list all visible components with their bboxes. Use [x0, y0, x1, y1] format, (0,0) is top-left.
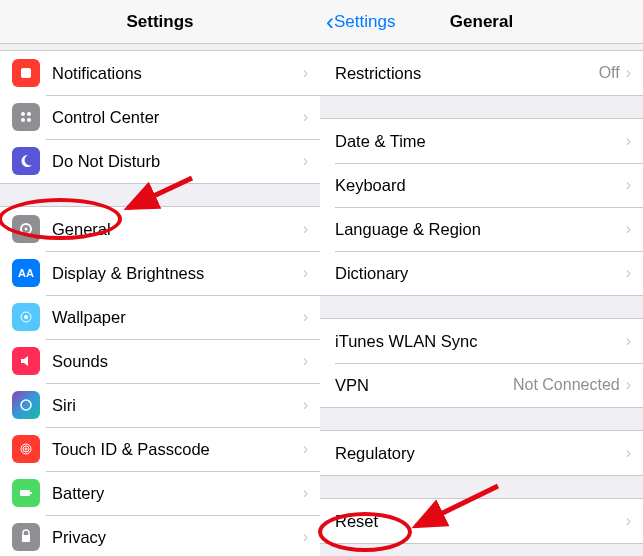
general-group-sync: iTunes WLAN Sync › VPN Not Connected › — [320, 318, 643, 408]
row-label: Control Center — [52, 108, 303, 127]
chevron-right-icon: › — [303, 64, 308, 82]
row-label: Regulatory — [335, 444, 626, 463]
siri-icon — [12, 391, 40, 419]
general-group-restrictions: Restrictions Off › — [320, 50, 643, 96]
general-group-regulatory: Regulatory › — [320, 430, 643, 476]
chevron-right-icon: › — [626, 176, 631, 194]
general-group-reset: Reset › — [320, 498, 643, 544]
row-label: Battery — [52, 484, 303, 503]
display-brightness-icon: AA — [12, 259, 40, 287]
row-itunes-wlan-sync[interactable]: iTunes WLAN Sync › — [320, 319, 643, 363]
row-privacy[interactable]: Privacy › — [0, 515, 320, 556]
svg-point-3 — [21, 118, 25, 122]
sounds-icon — [12, 347, 40, 375]
chevron-left-icon: ‹ — [326, 10, 334, 34]
chevron-right-icon: › — [303, 440, 308, 458]
row-notifications[interactable]: Notifications › — [0, 51, 320, 95]
general-icon — [12, 215, 40, 243]
back-button[interactable]: ‹ Settings — [326, 10, 395, 34]
chevron-right-icon: › — [626, 332, 631, 350]
chevron-right-icon: › — [626, 444, 631, 462]
svg-point-1 — [21, 112, 25, 116]
chevron-right-icon: › — [626, 220, 631, 238]
row-display-brightness[interactable]: AA Display & Brightness › — [0, 251, 320, 295]
row-label: Touch ID & Passcode — [52, 440, 303, 459]
row-keyboard[interactable]: Keyboard › — [320, 163, 643, 207]
svg-point-4 — [27, 118, 31, 122]
back-label: Settings — [334, 12, 395, 32]
chevron-right-icon: › — [303, 264, 308, 282]
row-label: Display & Brightness — [52, 264, 303, 283]
chevron-right-icon: › — [626, 264, 631, 282]
row-label: Restrictions — [335, 64, 599, 83]
row-label: Siri — [52, 396, 303, 415]
chevron-right-icon: › — [626, 376, 631, 394]
control-center-icon — [12, 103, 40, 131]
general-group-locale: Date & Time › Keyboard › Language & Regi… — [320, 118, 643, 296]
row-vpn[interactable]: VPN Not Connected › — [320, 363, 643, 407]
battery-icon — [12, 479, 40, 507]
chevron-right-icon: › — [303, 308, 308, 326]
row-restrictions[interactable]: Restrictions Off › — [320, 51, 643, 95]
row-value: Off — [599, 64, 620, 82]
svg-point-2 — [27, 112, 31, 116]
row-label: Language & Region — [335, 220, 626, 239]
row-control-center[interactable]: Control Center › — [0, 95, 320, 139]
settings-group-1: Notifications › Control Center › Do Not … — [0, 50, 320, 184]
row-language-region[interactable]: Language & Region › — [320, 207, 643, 251]
row-label: VPN — [335, 376, 513, 395]
row-touchid-passcode[interactable]: Touch ID & Passcode › — [0, 427, 320, 471]
chevron-right-icon: › — [303, 396, 308, 414]
general-header: ‹ Settings General — [320, 0, 643, 44]
svg-point-11 — [23, 446, 29, 452]
wallpaper-icon — [12, 303, 40, 331]
row-date-time[interactable]: Date & Time › — [320, 119, 643, 163]
row-battery[interactable]: Battery › — [0, 471, 320, 515]
row-reset[interactable]: Reset › — [320, 499, 643, 543]
page-title: Settings — [126, 12, 193, 32]
svg-rect-14 — [30, 492, 32, 494]
svg-point-6 — [25, 228, 28, 231]
chevron-right-icon: › — [303, 352, 308, 370]
settings-header: Settings — [0, 0, 320, 44]
chevron-right-icon: › — [626, 512, 631, 530]
general-pane: ‹ Settings General Restrictions Off › Da… — [320, 0, 643, 556]
row-label: Reset — [335, 512, 626, 531]
row-general[interactable]: General › — [0, 207, 320, 251]
row-label: iTunes WLAN Sync — [335, 332, 626, 351]
svg-rect-0 — [21, 68, 31, 78]
do-not-disturb-icon — [12, 147, 40, 175]
row-label: Date & Time — [335, 132, 626, 151]
row-label: Notifications — [52, 64, 303, 83]
row-label: Wallpaper — [52, 308, 303, 327]
row-regulatory[interactable]: Regulatory › — [320, 431, 643, 475]
chevron-right-icon: › — [303, 484, 308, 502]
chevron-right-icon: › — [626, 132, 631, 150]
row-label: Dictionary — [335, 264, 626, 283]
settings-pane: Settings Notifications › Control Center … — [0, 0, 320, 556]
row-label: Privacy — [52, 528, 303, 547]
chevron-right-icon: › — [303, 152, 308, 170]
row-dictionary[interactable]: Dictionary › — [320, 251, 643, 295]
svg-point-8 — [24, 315, 28, 319]
row-wallpaper[interactable]: Wallpaper › — [0, 295, 320, 339]
privacy-icon — [12, 523, 40, 551]
settings-group-2: General › AA Display & Brightness › Wall… — [0, 206, 320, 556]
chevron-right-icon: › — [626, 64, 631, 82]
chevron-right-icon: › — [303, 220, 308, 238]
row-sounds[interactable]: Sounds › — [0, 339, 320, 383]
svg-point-9 — [21, 400, 31, 410]
row-label: Keyboard — [335, 176, 626, 195]
row-do-not-disturb[interactable]: Do Not Disturb › — [0, 139, 320, 183]
row-value: Not Connected — [513, 376, 620, 394]
svg-point-12 — [25, 448, 27, 450]
row-label: Do Not Disturb — [52, 152, 303, 171]
notifications-icon — [12, 59, 40, 87]
touchid-icon — [12, 435, 40, 463]
chevron-right-icon: › — [303, 528, 308, 546]
svg-rect-13 — [20, 490, 30, 496]
row-label: General — [52, 220, 303, 239]
row-siri[interactable]: Siri › — [0, 383, 320, 427]
page-title: General — [450, 12, 513, 32]
chevron-right-icon: › — [303, 108, 308, 126]
